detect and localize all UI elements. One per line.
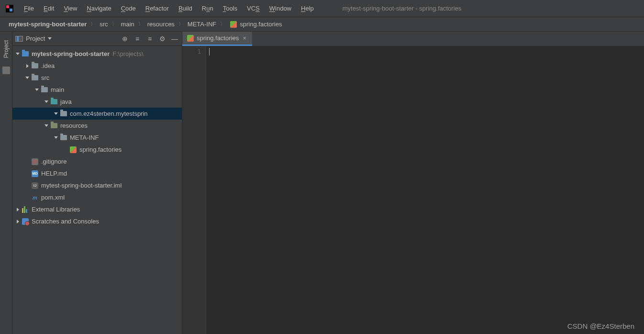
close-tab-icon[interactable]: × [242,34,247,42]
watermark: CSDN @Ez4Sterben [567,322,634,330]
tree-label: .idea [41,62,55,69]
editor-area: spring.factories × 1 [182,32,644,334]
tree-label: mytest-spring-boot-starter.iml [41,182,122,189]
crumb-sep: 〉 [138,21,144,28]
tree-external-libraries[interactable]: External Libraries [12,203,182,215]
tree-scratches[interactable]: Scratches and Consoles [12,215,182,227]
spring-icon [70,146,77,153]
folder-icon [32,75,38,80]
tree-label: Scratches and Consoles [32,218,99,225]
line-gutter: 1 [182,46,206,334]
tree-help-md[interactable]: MD HELP.md [12,167,182,179]
editor-tab-spring-factories[interactable]: spring.factories × [182,32,252,46]
folder-icon [60,135,67,140]
menu-window[interactable]: Window [265,3,296,14]
collapse-all-icon[interactable]: ≡ [145,34,154,43]
resources-folder-icon [51,123,57,128]
source-folder-icon [51,99,57,104]
menu-edit[interactable]: Edit [39,3,59,14]
tree-root[interactable]: mytest-spring-boot-starter F:\projects\ [12,48,182,60]
project-icon [15,36,23,42]
editor-body: 1 [182,46,644,334]
tree-package[interactable]: com.ez4sterben.mytestsprin [12,108,182,120]
line-number: 1 [182,48,201,55]
breadcrumb: mytest-spring-boot-starter 〉 src 〉 main … [0,17,644,32]
project-view-selector[interactable]: Project [15,35,52,42]
tree-label: External Libraries [32,206,80,213]
tree-label: mytest-spring-boot-starter [32,50,110,57]
libraries-icon [22,206,29,213]
project-panel-header: Project ⊕ ≡ ≡ ⚙ — [12,32,182,46]
tree-label: HELP.md [41,170,67,177]
tree-java[interactable]: java [12,96,182,108]
tree-src[interactable]: src [12,72,182,84]
tree-idea[interactable]: .idea [12,60,182,72]
menu-navigate[interactable]: Navigate [82,3,116,14]
crumb-file[interactable]: spring.factories [227,21,284,28]
tree-main[interactable]: main [12,84,182,96]
tree-pom[interactable]: m pom.xml [12,191,182,203]
menu-build[interactable]: Build [174,3,197,14]
package-icon [60,111,67,116]
maven-icon: m [32,194,38,201]
select-opened-file-icon[interactable]: ⊕ [121,34,129,43]
project-panel: Project ⊕ ≡ ≡ ⚙ — mytest-spring-boot-sta… [12,32,182,334]
crumb-src[interactable]: src [98,21,110,28]
tree-label: java [60,98,72,105]
code-editor[interactable] [206,46,644,334]
tree-metainf[interactable]: META-INF [12,132,182,144]
tree-label: main [51,86,64,93]
tree-label: spring.factories [79,146,122,153]
crumb-sep: 〉 [90,21,96,28]
menu-bar: File Edit View Navigate Code Refactor Bu… [0,0,644,17]
menu-run[interactable]: Run [197,3,218,14]
settings-icon[interactable]: ⚙ [158,34,167,43]
tree-label: pom.xml [41,194,65,201]
spring-icon [187,35,194,42]
crumb-main[interactable]: main [119,21,136,28]
svg-rect-1 [6,5,9,8]
tree-spring-factories[interactable]: spring.factories [12,144,182,156]
tree-gitignore[interactable]: ∅ .gitignore [12,156,182,167]
project-tree: mytest-spring-boot-starter F:\projects\ … [12,46,182,334]
menu-view[interactable]: View [59,3,82,14]
crumb-project[interactable]: mytest-spring-boot-starter [7,21,89,28]
window-title: mytest-spring-boot-starter - spring.fact… [343,5,462,12]
tree-path: F:\projects\ [112,50,143,57]
chevron-down-icon [48,37,52,40]
module-icon [22,51,29,56]
tree-resources[interactable]: resources [12,120,182,132]
tab-label: spring.factories [197,34,239,42]
crumb-metainf[interactable]: META-INF [186,21,218,28]
crumb-sep: 〉 [112,21,117,28]
folder-icon [41,87,48,92]
tree-label: resources [60,122,88,129]
gitignore-icon: ∅ [32,158,38,165]
menu-code[interactable]: Code [116,3,141,14]
markdown-icon: MD [32,170,38,177]
menu-tools[interactable]: Tools [218,3,242,14]
crumb-sep: 〉 [220,21,225,28]
editor-tab-bar: spring.factories × [182,32,644,46]
tree-iml[interactable]: IJ mytest-spring-boot-starter.iml [12,179,182,191]
sidebar-gutter: Project [0,32,12,334]
tree-label: src [41,74,49,81]
app-icon [5,4,14,13]
menu-help[interactable]: Help [296,3,319,14]
gutter-structure-icon[interactable] [2,67,10,74]
tree-label: META-INF [70,134,99,141]
menu-file[interactable]: File [19,3,39,14]
spring-icon [230,21,237,28]
crumb-resources[interactable]: resources [145,21,177,28]
menu-vcs[interactable]: VCS [242,3,265,14]
hide-panel-icon[interactable]: — [170,34,179,43]
svg-rect-2 [10,9,12,11]
iml-icon: IJ [32,182,38,189]
caret [209,48,210,56]
project-panel-title: Project [26,35,45,42]
tree-label: .gitignore [41,158,67,165]
gutter-project-tab[interactable]: Project [2,35,11,63]
expand-all-icon[interactable]: ≡ [133,34,142,43]
menu-refactor[interactable]: Refactor [141,3,174,14]
crumb-sep: 〉 [178,21,184,28]
